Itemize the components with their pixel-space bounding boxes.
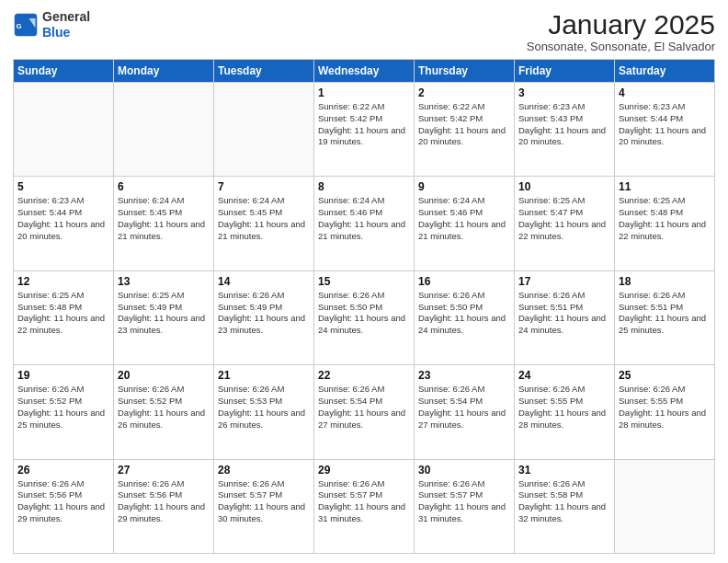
day-number: 11: [619, 180, 711, 193]
day-detail: Sunrise: 6:25 AM Sunset: 5:48 PM Dayligh…: [619, 195, 711, 242]
day-cell: 31Sunrise: 6:26 AM Sunset: 5:58 PM Dayli…: [515, 459, 615, 553]
day-header-saturday: Saturday: [615, 60, 715, 83]
day-cell: 4Sunrise: 6:23 AM Sunset: 5:44 PM Daylig…: [615, 83, 715, 177]
day-number: 14: [218, 275, 310, 288]
day-detail: Sunrise: 6:23 AM Sunset: 5:43 PM Dayligh…: [518, 101, 610, 148]
day-detail: Sunrise: 6:26 AM Sunset: 5:54 PM Dayligh…: [418, 384, 510, 431]
title-block: January 2025 Sonsonate, Sonsonate, El Sa…: [527, 9, 715, 53]
day-detail: Sunrise: 6:25 AM Sunset: 5:48 PM Dayligh…: [17, 290, 109, 337]
day-number: 2: [418, 86, 510, 99]
day-cell: 10Sunrise: 6:25 AM Sunset: 5:47 PM Dayli…: [515, 177, 615, 270]
day-cell: 29Sunrise: 6:26 AM Sunset: 5:57 PM Dayli…: [314, 459, 415, 553]
day-number: 28: [218, 464, 310, 477]
day-header-wednesday: Wednesday: [314, 60, 415, 83]
day-detail: Sunrise: 6:24 AM Sunset: 5:46 PM Dayligh…: [318, 195, 410, 242]
day-detail: Sunrise: 6:26 AM Sunset: 5:49 PM Dayligh…: [218, 290, 310, 337]
day-number: 21: [218, 369, 310, 382]
day-cell: 19Sunrise: 6:26 AM Sunset: 5:52 PM Dayli…: [14, 365, 114, 459]
day-header-monday: Monday: [114, 60, 214, 83]
day-cell: [214, 83, 314, 177]
day-number: 16: [418, 275, 510, 288]
logo-general: General: [42, 9, 90, 25]
day-number: 12: [17, 275, 109, 288]
day-detail: Sunrise: 6:26 AM Sunset: 5:57 PM Dayligh…: [318, 478, 410, 525]
day-number: 4: [619, 86, 711, 99]
logo-text: General Blue: [42, 9, 90, 40]
day-number: 10: [518, 180, 610, 193]
day-cell: 1Sunrise: 6:22 AM Sunset: 5:42 PM Daylig…: [314, 83, 415, 177]
day-number: 29: [318, 464, 410, 477]
day-detail: Sunrise: 6:25 AM Sunset: 5:47 PM Dayligh…: [518, 195, 610, 242]
day-cell: 5Sunrise: 6:23 AM Sunset: 5:44 PM Daylig…: [14, 177, 114, 270]
header: G General Blue January 2025 Sonsonate, S…: [13, 9, 715, 53]
calendar-header-row: SundayMondayTuesdayWednesdayThursdayFrid…: [14, 60, 715, 83]
day-number: 13: [118, 275, 210, 288]
day-cell: 2Sunrise: 6:22 AM Sunset: 5:42 PM Daylig…: [415, 83, 515, 177]
day-cell: 24Sunrise: 6:26 AM Sunset: 5:55 PM Dayli…: [515, 365, 615, 459]
day-cell: 28Sunrise: 6:26 AM Sunset: 5:57 PM Dayli…: [214, 459, 314, 553]
page: G General Blue January 2025 Sonsonate, S…: [0, 0, 728, 563]
day-detail: Sunrise: 6:26 AM Sunset: 5:53 PM Dayligh…: [218, 384, 310, 431]
logo-blue: Blue: [42, 25, 90, 40]
day-number: 9: [418, 180, 510, 193]
day-number: 15: [318, 275, 410, 288]
week-row-2: 5Sunrise: 6:23 AM Sunset: 5:44 PM Daylig…: [14, 177, 715, 270]
day-number: 31: [518, 464, 610, 477]
day-number: 17: [518, 275, 610, 288]
day-number: 20: [118, 369, 210, 382]
day-detail: Sunrise: 6:26 AM Sunset: 5:55 PM Dayligh…: [619, 384, 711, 431]
day-cell: 13Sunrise: 6:25 AM Sunset: 5:49 PM Dayli…: [114, 270, 214, 364]
day-detail: Sunrise: 6:24 AM Sunset: 5:45 PM Dayligh…: [118, 195, 210, 242]
day-number: 6: [118, 180, 210, 193]
day-header-friday: Friday: [515, 60, 615, 83]
day-header-tuesday: Tuesday: [214, 60, 314, 83]
day-detail: Sunrise: 6:26 AM Sunset: 5:57 PM Dayligh…: [218, 478, 310, 525]
week-row-3: 12Sunrise: 6:25 AM Sunset: 5:48 PM Dayli…: [14, 270, 715, 364]
day-number: 25: [619, 369, 711, 382]
day-detail: Sunrise: 6:26 AM Sunset: 5:58 PM Dayligh…: [518, 478, 610, 525]
day-cell: 8Sunrise: 6:24 AM Sunset: 5:46 PM Daylig…: [314, 177, 415, 270]
day-cell: 26Sunrise: 6:26 AM Sunset: 5:56 PM Dayli…: [14, 459, 114, 553]
day-cell: 6Sunrise: 6:24 AM Sunset: 5:45 PM Daylig…: [114, 177, 214, 270]
day-number: 5: [17, 180, 109, 193]
day-number: 30: [418, 464, 510, 477]
week-row-5: 26Sunrise: 6:26 AM Sunset: 5:56 PM Dayli…: [14, 459, 715, 553]
day-number: 23: [418, 369, 510, 382]
day-cell: 23Sunrise: 6:26 AM Sunset: 5:54 PM Dayli…: [415, 365, 515, 459]
day-cell: 20Sunrise: 6:26 AM Sunset: 5:52 PM Dayli…: [114, 365, 214, 459]
day-number: 18: [619, 275, 711, 288]
calendar-table: SundayMondayTuesdayWednesdayThursdayFrid…: [13, 59, 715, 554]
day-detail: Sunrise: 6:22 AM Sunset: 5:42 PM Dayligh…: [418, 101, 510, 148]
day-cell: 7Sunrise: 6:24 AM Sunset: 5:45 PM Daylig…: [214, 177, 314, 270]
day-number: 26: [17, 464, 109, 477]
day-cell: [615, 459, 715, 553]
day-cell: 25Sunrise: 6:26 AM Sunset: 5:55 PM Dayli…: [615, 365, 715, 459]
day-number: 24: [518, 369, 610, 382]
day-detail: Sunrise: 6:26 AM Sunset: 5:55 PM Dayligh…: [518, 384, 610, 431]
logo-icon: G: [13, 12, 39, 38]
day-detail: Sunrise: 6:26 AM Sunset: 5:52 PM Dayligh…: [17, 384, 109, 431]
week-row-4: 19Sunrise: 6:26 AM Sunset: 5:52 PM Dayli…: [14, 365, 715, 459]
day-number: 1: [318, 86, 410, 99]
day-detail: Sunrise: 6:26 AM Sunset: 5:54 PM Dayligh…: [318, 384, 410, 431]
day-cell: 12Sunrise: 6:25 AM Sunset: 5:48 PM Dayli…: [14, 270, 114, 364]
logo: G General Blue: [13, 9, 90, 40]
day-number: 3: [518, 86, 610, 99]
day-detail: Sunrise: 6:26 AM Sunset: 5:57 PM Dayligh…: [418, 478, 510, 525]
day-cell: 18Sunrise: 6:26 AM Sunset: 5:51 PM Dayli…: [615, 270, 715, 364]
month-title: January 2025: [527, 9, 715, 40]
day-cell: 27Sunrise: 6:26 AM Sunset: 5:56 PM Dayli…: [114, 459, 214, 553]
day-cell: 3Sunrise: 6:23 AM Sunset: 5:43 PM Daylig…: [515, 83, 615, 177]
day-header-thursday: Thursday: [415, 60, 515, 83]
day-detail: Sunrise: 6:26 AM Sunset: 5:50 PM Dayligh…: [418, 290, 510, 337]
day-detail: Sunrise: 6:26 AM Sunset: 5:56 PM Dayligh…: [118, 478, 210, 525]
day-cell: 21Sunrise: 6:26 AM Sunset: 5:53 PM Dayli…: [214, 365, 314, 459]
day-header-sunday: Sunday: [14, 60, 114, 83]
day-cell: 22Sunrise: 6:26 AM Sunset: 5:54 PM Dayli…: [314, 365, 415, 459]
day-detail: Sunrise: 6:23 AM Sunset: 5:44 PM Dayligh…: [17, 195, 109, 242]
day-number: 7: [218, 180, 310, 193]
day-detail: Sunrise: 6:26 AM Sunset: 5:51 PM Dayligh…: [518, 290, 610, 337]
day-number: 8: [318, 180, 410, 193]
day-cell: [114, 83, 214, 177]
day-cell: 30Sunrise: 6:26 AM Sunset: 5:57 PM Dayli…: [415, 459, 515, 553]
